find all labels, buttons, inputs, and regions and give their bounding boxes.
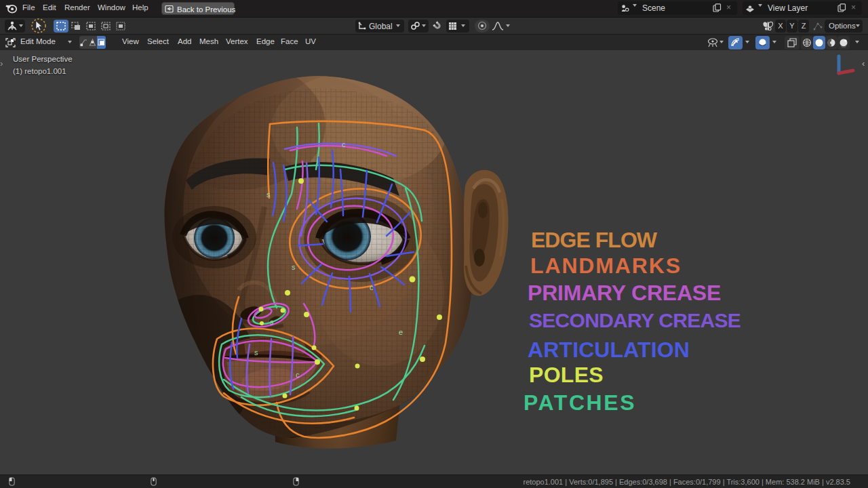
svg-text:c: c [296, 371, 300, 379]
svg-text:s: s [270, 318, 274, 326]
svg-text:e: e [399, 328, 403, 336]
svg-text:s: s [267, 190, 271, 199]
svg-text:s: s [292, 263, 296, 271]
svg-text:c: c [342, 140, 346, 148]
svg-text:s: s [254, 348, 258, 357]
svg-text:c: c [370, 283, 374, 291]
